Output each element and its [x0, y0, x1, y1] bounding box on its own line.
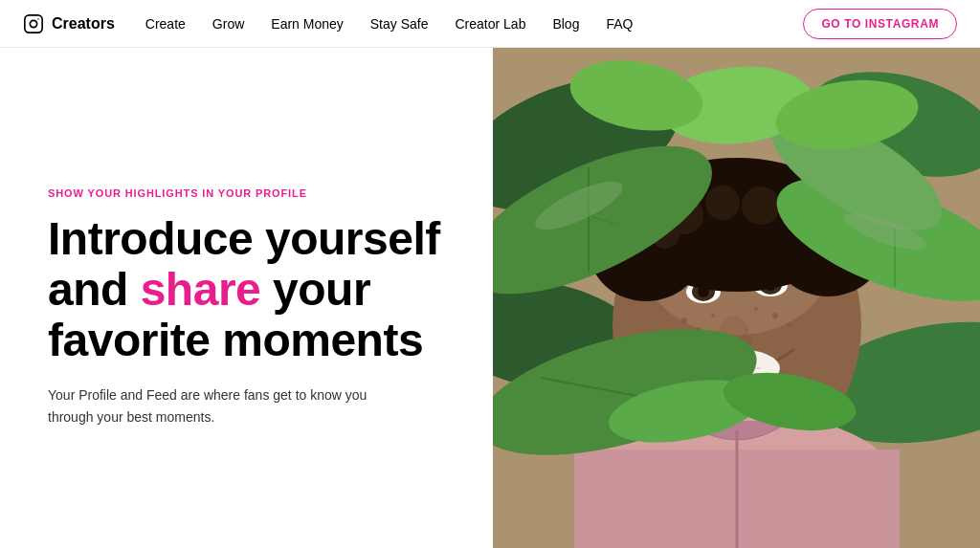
nav-creator-lab[interactable]: Creator Lab [455, 16, 525, 32]
nav-create[interactable]: Create [145, 16, 186, 32]
svg-point-2 [37, 18, 38, 19]
nav-links: Create Grow Earn Money Stay Safe Creator… [145, 16, 804, 32]
goto-instagram-button[interactable]: GO TO INSTAGRAM [803, 9, 957, 39]
svg-point-19 [681, 318, 687, 323]
hero-subtext: Your Profile and Feed are where fans get… [48, 384, 412, 427]
brand-link[interactable]: Creators [23, 13, 115, 34]
svg-point-35 [742, 186, 780, 225]
svg-point-34 [705, 186, 740, 220]
left-panel: SHOW YOUR HIGHLIGHTS IN YOUR PROFILE Int… [0, 48, 493, 548]
hero-image [493, 48, 980, 548]
eyebrow-text: SHOW YOUR HIGHLIGHTS IN YOUR PROFILE [48, 187, 445, 199]
svg-point-22 [772, 313, 778, 318]
headline-highlight: share [141, 264, 261, 315]
nav-grow[interactable]: Grow [212, 16, 244, 32]
hero-image-panel [493, 48, 980, 548]
svg-point-1 [30, 20, 36, 27]
svg-rect-0 [25, 14, 42, 32]
nav-faq[interactable]: FAQ [606, 16, 633, 32]
nav-blog[interactable]: Blog [552, 16, 579, 32]
headline: Introduce yourself and share your favori… [48, 214, 445, 365]
svg-point-21 [711, 314, 715, 318]
navbar: Creators Create Grow Earn Money Stay Saf… [0, 0, 980, 48]
instagram-icon [23, 13, 44, 34]
svg-point-23 [788, 323, 792, 328]
brand-label: Creators [52, 15, 115, 33]
main-content: SHOW YOUR HIGHLIGHTS IN YOUR PROFILE Int… [0, 48, 980, 548]
svg-point-24 [754, 307, 758, 311]
nav-earn-money[interactable]: Earn Money [271, 16, 343, 32]
nav-stay-safe[interactable]: Stay Safe [370, 16, 429, 32]
